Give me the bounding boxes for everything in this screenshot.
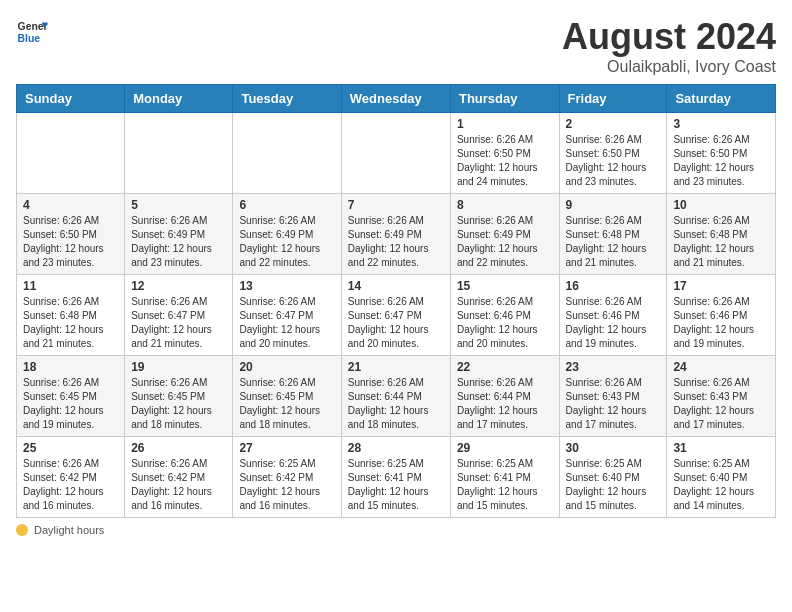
logo-icon: General Blue xyxy=(16,16,48,48)
calendar-day-header: Thursday xyxy=(450,85,559,113)
calendar-day-header: Friday xyxy=(559,85,667,113)
day-number: 29 xyxy=(457,441,553,455)
day-number: 23 xyxy=(566,360,661,374)
calendar-cell: 3Sunrise: 6:26 AM Sunset: 6:50 PM Daylig… xyxy=(667,113,776,194)
day-info: Sunrise: 6:26 AM Sunset: 6:50 PM Dayligh… xyxy=(457,133,553,189)
calendar-cell: 5Sunrise: 6:26 AM Sunset: 6:49 PM Daylig… xyxy=(125,194,233,275)
calendar-week-row: 18Sunrise: 6:26 AM Sunset: 6:45 PM Dayli… xyxy=(17,356,776,437)
day-info: Sunrise: 6:26 AM Sunset: 6:50 PM Dayligh… xyxy=(23,214,118,270)
calendar-day-header: Sunday xyxy=(17,85,125,113)
logo: General Blue xyxy=(16,16,48,48)
day-info: Sunrise: 6:26 AM Sunset: 6:49 PM Dayligh… xyxy=(239,214,334,270)
day-number: 7 xyxy=(348,198,444,212)
calendar-cell: 12Sunrise: 6:26 AM Sunset: 6:47 PM Dayli… xyxy=(125,275,233,356)
day-number: 4 xyxy=(23,198,118,212)
day-number: 24 xyxy=(673,360,769,374)
calendar-cell: 16Sunrise: 6:26 AM Sunset: 6:46 PM Dayli… xyxy=(559,275,667,356)
day-info: Sunrise: 6:26 AM Sunset: 6:46 PM Dayligh… xyxy=(673,295,769,351)
calendar-cell: 31Sunrise: 6:25 AM Sunset: 6:40 PM Dayli… xyxy=(667,437,776,518)
calendar-week-row: 4Sunrise: 6:26 AM Sunset: 6:50 PM Daylig… xyxy=(17,194,776,275)
day-info: Sunrise: 6:26 AM Sunset: 6:48 PM Dayligh… xyxy=(566,214,661,270)
day-info: Sunrise: 6:26 AM Sunset: 6:49 PM Dayligh… xyxy=(131,214,226,270)
daylight-label: Daylight hours xyxy=(34,524,104,536)
day-info: Sunrise: 6:26 AM Sunset: 6:49 PM Dayligh… xyxy=(348,214,444,270)
calendar-cell: 24Sunrise: 6:26 AM Sunset: 6:43 PM Dayli… xyxy=(667,356,776,437)
calendar-cell: 9Sunrise: 6:26 AM Sunset: 6:48 PM Daylig… xyxy=(559,194,667,275)
day-number: 14 xyxy=(348,279,444,293)
day-number: 13 xyxy=(239,279,334,293)
calendar-day-header: Saturday xyxy=(667,85,776,113)
calendar-cell: 25Sunrise: 6:26 AM Sunset: 6:42 PM Dayli… xyxy=(17,437,125,518)
day-number: 16 xyxy=(566,279,661,293)
calendar-cell: 19Sunrise: 6:26 AM Sunset: 6:45 PM Dayli… xyxy=(125,356,233,437)
month-year: August 2024 xyxy=(562,16,776,58)
calendar-cell: 29Sunrise: 6:25 AM Sunset: 6:41 PM Dayli… xyxy=(450,437,559,518)
location: Oulaikpabli, Ivory Coast xyxy=(562,58,776,76)
day-number: 10 xyxy=(673,198,769,212)
calendar-cell: 20Sunrise: 6:26 AM Sunset: 6:45 PM Dayli… xyxy=(233,356,341,437)
svg-text:Blue: Blue xyxy=(18,33,41,44)
day-number: 27 xyxy=(239,441,334,455)
day-number: 26 xyxy=(131,441,226,455)
day-info: Sunrise: 6:26 AM Sunset: 6:50 PM Dayligh… xyxy=(566,133,661,189)
day-info: Sunrise: 6:26 AM Sunset: 6:42 PM Dayligh… xyxy=(23,457,118,513)
calendar-cell: 28Sunrise: 6:25 AM Sunset: 6:41 PM Dayli… xyxy=(341,437,450,518)
day-info: Sunrise: 6:26 AM Sunset: 6:47 PM Dayligh… xyxy=(131,295,226,351)
calendar-cell: 26Sunrise: 6:26 AM Sunset: 6:42 PM Dayli… xyxy=(125,437,233,518)
day-info: Sunrise: 6:26 AM Sunset: 6:48 PM Dayligh… xyxy=(673,214,769,270)
day-info: Sunrise: 6:26 AM Sunset: 6:42 PM Dayligh… xyxy=(131,457,226,513)
day-info: Sunrise: 6:26 AM Sunset: 6:44 PM Dayligh… xyxy=(457,376,553,432)
day-number: 11 xyxy=(23,279,118,293)
day-number: 5 xyxy=(131,198,226,212)
day-number: 15 xyxy=(457,279,553,293)
calendar-week-row: 11Sunrise: 6:26 AM Sunset: 6:48 PM Dayli… xyxy=(17,275,776,356)
day-number: 12 xyxy=(131,279,226,293)
calendar-cell: 13Sunrise: 6:26 AM Sunset: 6:47 PM Dayli… xyxy=(233,275,341,356)
day-number: 1 xyxy=(457,117,553,131)
calendar-cell xyxy=(125,113,233,194)
calendar-header-row: SundayMondayTuesdayWednesdayThursdayFrid… xyxy=(17,85,776,113)
calendar-cell: 11Sunrise: 6:26 AM Sunset: 6:48 PM Dayli… xyxy=(17,275,125,356)
calendar-cell: 22Sunrise: 6:26 AM Sunset: 6:44 PM Dayli… xyxy=(450,356,559,437)
day-number: 25 xyxy=(23,441,118,455)
day-number: 9 xyxy=(566,198,661,212)
day-info: Sunrise: 6:26 AM Sunset: 6:50 PM Dayligh… xyxy=(673,133,769,189)
daylight-icon xyxy=(16,524,28,536)
calendar-cell: 2Sunrise: 6:26 AM Sunset: 6:50 PM Daylig… xyxy=(559,113,667,194)
day-info: Sunrise: 6:26 AM Sunset: 6:46 PM Dayligh… xyxy=(566,295,661,351)
day-info: Sunrise: 6:26 AM Sunset: 6:43 PM Dayligh… xyxy=(673,376,769,432)
calendar-day-header: Tuesday xyxy=(233,85,341,113)
calendar-cell: 7Sunrise: 6:26 AM Sunset: 6:49 PM Daylig… xyxy=(341,194,450,275)
day-info: Sunrise: 6:25 AM Sunset: 6:40 PM Dayligh… xyxy=(673,457,769,513)
calendar-cell xyxy=(17,113,125,194)
footer: Daylight hours xyxy=(16,524,776,536)
calendar-cell: 1Sunrise: 6:26 AM Sunset: 6:50 PM Daylig… xyxy=(450,113,559,194)
calendar-table: SundayMondayTuesdayWednesdayThursdayFrid… xyxy=(16,84,776,518)
calendar-cell xyxy=(341,113,450,194)
day-info: Sunrise: 6:25 AM Sunset: 6:41 PM Dayligh… xyxy=(457,457,553,513)
day-info: Sunrise: 6:26 AM Sunset: 6:44 PM Dayligh… xyxy=(348,376,444,432)
calendar-cell: 15Sunrise: 6:26 AM Sunset: 6:46 PM Dayli… xyxy=(450,275,559,356)
day-info: Sunrise: 6:25 AM Sunset: 6:41 PM Dayligh… xyxy=(348,457,444,513)
calendar-cell: 4Sunrise: 6:26 AM Sunset: 6:50 PM Daylig… xyxy=(17,194,125,275)
day-info: Sunrise: 6:26 AM Sunset: 6:47 PM Dayligh… xyxy=(348,295,444,351)
header: General Blue August 2024 Oulaikpabli, Iv… xyxy=(16,16,776,76)
day-info: Sunrise: 6:26 AM Sunset: 6:45 PM Dayligh… xyxy=(23,376,118,432)
calendar-cell xyxy=(233,113,341,194)
calendar-cell: 27Sunrise: 6:25 AM Sunset: 6:42 PM Dayli… xyxy=(233,437,341,518)
day-info: Sunrise: 6:26 AM Sunset: 6:45 PM Dayligh… xyxy=(239,376,334,432)
day-info: Sunrise: 6:26 AM Sunset: 6:48 PM Dayligh… xyxy=(23,295,118,351)
calendar-week-row: 25Sunrise: 6:26 AM Sunset: 6:42 PM Dayli… xyxy=(17,437,776,518)
day-info: Sunrise: 6:26 AM Sunset: 6:47 PM Dayligh… xyxy=(239,295,334,351)
calendar-day-header: Monday xyxy=(125,85,233,113)
calendar-cell: 18Sunrise: 6:26 AM Sunset: 6:45 PM Dayli… xyxy=(17,356,125,437)
day-number: 6 xyxy=(239,198,334,212)
day-number: 17 xyxy=(673,279,769,293)
day-number: 31 xyxy=(673,441,769,455)
day-number: 18 xyxy=(23,360,118,374)
day-number: 2 xyxy=(566,117,661,131)
day-number: 20 xyxy=(239,360,334,374)
calendar-cell: 6Sunrise: 6:26 AM Sunset: 6:49 PM Daylig… xyxy=(233,194,341,275)
day-info: Sunrise: 6:25 AM Sunset: 6:42 PM Dayligh… xyxy=(239,457,334,513)
day-number: 8 xyxy=(457,198,553,212)
